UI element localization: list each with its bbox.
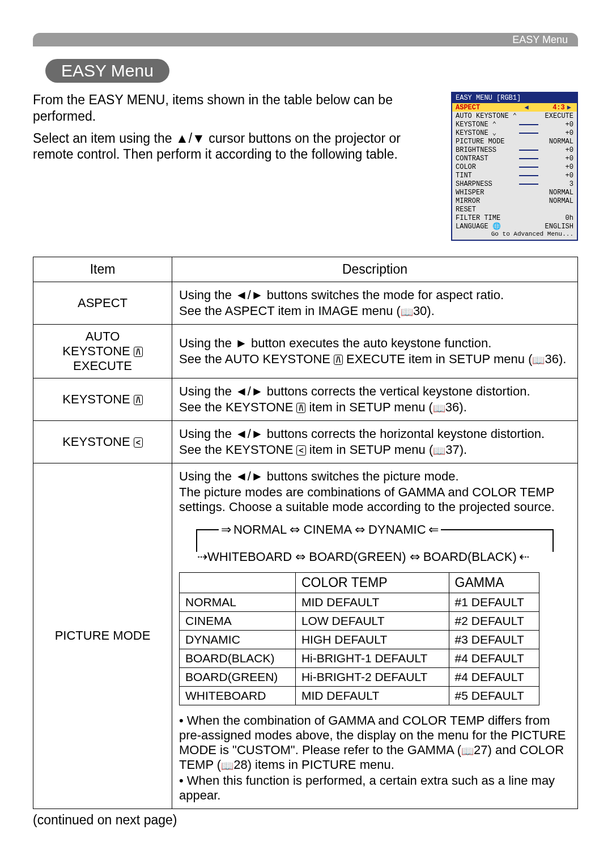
book-icon bbox=[401, 304, 413, 318]
osd-row: ASPECT◀4:3▶ bbox=[452, 103, 577, 112]
osd-row: LANGUAGE 🌐ENGLISH bbox=[452, 222, 577, 231]
osd-row: RESET bbox=[452, 205, 577, 214]
item-cell: ASPECT bbox=[33, 282, 172, 324]
continued-note: (continued on next page) bbox=[33, 812, 578, 828]
osd-title: EASY MENU [RGB1] bbox=[452, 93, 577, 103]
osd-row: AUTO KEYSTONE ⌃EXECUTE bbox=[452, 112, 577, 120]
intro-text: From the EASY MENU, items shown in the t… bbox=[33, 92, 451, 168]
item-cell: AUTOKEYSTONE /\EXECUTE bbox=[33, 324, 172, 378]
osd-row: KEYSTONE ⌃+0 bbox=[452, 120, 577, 129]
osd-row: FILTER TIME0h bbox=[452, 214, 577, 222]
osd-row: CONTRAST+0 bbox=[452, 154, 577, 163]
desc-cell: Using the ◄/► buttons switches the mode … bbox=[172, 282, 578, 324]
osd-row: MIRRORNORMAL bbox=[452, 197, 577, 205]
intro-p2: Select an item using the ▲/▼ cursor butt… bbox=[33, 130, 440, 163]
osd-row: COLOR+0 bbox=[452, 163, 577, 171]
book-icon bbox=[433, 442, 445, 457]
desc-cell: Using the ◄/► buttons corrects the horiz… bbox=[172, 420, 578, 463]
osd-row: WHISPERNORMAL bbox=[452, 188, 577, 197]
book-icon bbox=[433, 400, 445, 414]
header-tab: EASY Menu bbox=[33, 33, 578, 46]
intro-p1: From the EASY MENU, items shown in the t… bbox=[33, 92, 440, 125]
th-desc: Description bbox=[172, 257, 578, 282]
desc-picture-mode: Using the ◄/► buttons switches the pictu… bbox=[172, 463, 578, 809]
header-tab-label: EASY Menu bbox=[512, 34, 568, 46]
osd-row: KEYSTONE ⌄+0 bbox=[452, 129, 577, 137]
book-icon bbox=[532, 352, 545, 366]
osd-row: TINT+0 bbox=[452, 171, 577, 180]
desc-cell: Using the ◄/► buttons corrects the verti… bbox=[172, 378, 578, 420]
item-cell: KEYSTONE /\ bbox=[33, 378, 172, 420]
desc-cell: Using the ► button executes the auto key… bbox=[172, 324, 578, 378]
osd-panel: EASY MENU [RGB1] ASPECT◀4:3▶AUTO KEYSTON… bbox=[451, 92, 578, 241]
osd-footer: Go to Advanced Menu... bbox=[452, 231, 577, 239]
section-title: EASY Menu bbox=[61, 61, 154, 80]
book-icon bbox=[461, 743, 474, 757]
osd-row: PICTURE MODENORMAL bbox=[452, 137, 577, 146]
section-chip: EASY Menu bbox=[45, 59, 169, 83]
item-picture-mode: PICTURE MODE bbox=[33, 463, 172, 809]
th-item: Item bbox=[33, 257, 172, 282]
picture-mode-inner-table: COLOR TEMPGAMMA NORMALMID DEFAULT#1 DEFA… bbox=[179, 572, 539, 705]
osd-row: BRIGHTNESS+0 bbox=[452, 146, 577, 154]
mode-cycle: ⇒ NORMAL ⇔ CINEMA ⇔ DYNAMIC ⇐ ⇢ WHITEBOA… bbox=[196, 522, 554, 564]
item-cell: KEYSTONE < bbox=[33, 420, 172, 463]
easy-menu-table: Item Description ASPECTUsing the ◄/► but… bbox=[33, 257, 578, 809]
osd-row: SHARPNESS3 bbox=[452, 180, 577, 188]
book-icon bbox=[221, 758, 233, 772]
